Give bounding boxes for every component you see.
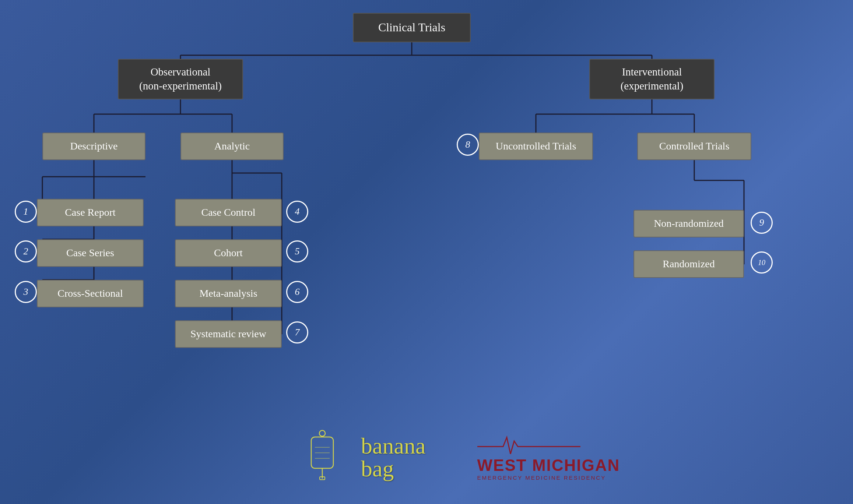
badge-1: 1 [15, 201, 37, 223]
analytic-box: Analytic [180, 133, 284, 160]
badge-8: 8 [457, 134, 479, 156]
badge-2: 2 [15, 240, 37, 262]
badge-4: 4 [286, 201, 308, 223]
systematic-review-box: Systematic review [175, 320, 282, 348]
randomized-box: Randomized [633, 250, 744, 278]
meta-analysis-box: Meta-analysis [175, 280, 282, 307]
descriptive-box: Descriptive [42, 133, 145, 160]
uncontrolled-trials-box: Uncontrolled Trials [479, 133, 593, 160]
cross-sectional-box: Cross-Sectional [37, 280, 144, 307]
west-michigan-logo: WEST MICHIGAN EMERGENCY MEDICINE RESIDEN… [477, 434, 620, 481]
badge-3: 3 [15, 281, 37, 303]
badge-10: 10 [751, 251, 773, 274]
badge-5: 5 [286, 240, 308, 262]
case-control-box: Case Control [175, 199, 282, 226]
badge-6: 6 [286, 281, 308, 303]
cohort-box: Cohort [175, 239, 282, 267]
badge-9: 9 [751, 212, 773, 234]
iv-bag-icon [306, 429, 339, 486]
clinical-trials-box: Clinical Trials [353, 13, 471, 42]
badge-7: 7 [286, 321, 308, 343]
banana-bag-logo: bananabag [361, 434, 426, 480]
svg-point-37 [319, 430, 325, 436]
non-randomized-box: Non-randomized [633, 210, 744, 237]
controlled-trials-box: Controlled Trials [637, 133, 751, 160]
case-series-box: Case Series [37, 239, 144, 267]
case-report-box: Case Report [37, 199, 144, 226]
observational-box: Observational (non-experimental) [118, 59, 243, 99]
interventional-box: Interventional (experimental) [589, 59, 715, 99]
